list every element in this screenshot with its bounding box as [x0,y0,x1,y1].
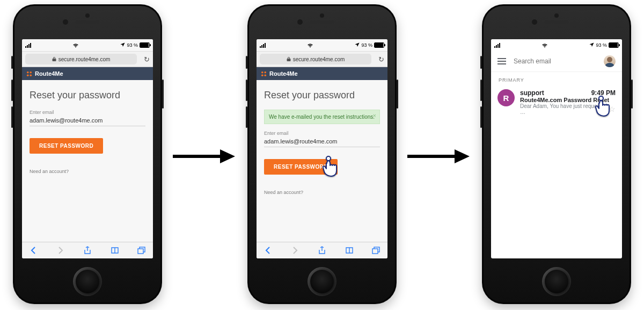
phone-frame-2: 93 % secure.route4me.com ↻ Route4Me Rese… [247,4,397,304]
address-bar[interactable]: secure.route4me.com ↻ [22,51,153,67]
safari-toolbar [257,242,387,258]
email-field[interactable] [30,116,145,126]
battery-icon [609,42,619,48]
wifi-icon [541,43,548,48]
svg-point-1 [30,71,32,73]
flow-arrow-1 [172,149,236,163]
email-preview: Dear Adam, You have just requested … [520,103,609,115]
signal-icon [260,43,266,48]
power-button [162,80,164,109]
route4me-logo-icon [261,71,267,77]
search-input[interactable] [513,57,597,66]
signal-icon [25,43,31,48]
reload-icon[interactable]: ↻ [140,55,153,63]
email-label: Enter email [264,131,380,136]
brand-name: Route4Me [35,70,63,77]
email-field[interactable] [264,137,380,147]
status-bar: 93 % [491,39,622,51]
svg-rect-6 [173,155,222,158]
svg-point-2 [27,74,29,76]
inbox-section-label: PRIMARY [491,72,622,86]
location-icon [355,42,360,48]
svg-point-0 [27,71,29,73]
svg-point-3 [30,74,32,76]
share-icon[interactable] [83,246,92,255]
need-account-link[interactable]: Need an account? [30,169,145,174]
forward-icon [290,246,300,255]
back-icon[interactable] [263,246,273,255]
sensor-dot [85,13,90,18]
svg-rect-14 [407,155,457,158]
mute-switch [11,56,13,69]
brand-name: Route4Me [269,70,298,77]
screen-1: 93 % secure.route4me.com ↻ Route4Me [22,39,153,258]
home-button[interactable] [308,267,336,296]
vol-up [11,80,13,101]
home-button[interactable] [73,267,102,296]
email-time: 9:49 PM [591,89,616,97]
account-avatar[interactable] [604,55,616,67]
bookmarks-icon[interactable] [345,246,354,255]
front-camera [63,19,68,25]
screen-2: 93 % secure.route4me.com ↻ Route4Me Rese… [257,39,387,258]
lock-icon [52,56,56,62]
battery-icon [140,42,150,48]
star-icon[interactable]: ☆ [609,105,616,113]
sender-name: support [520,89,544,97]
location-icon [589,42,594,48]
svg-point-10 [264,74,266,76]
bookmarks-icon[interactable] [110,246,120,255]
svg-point-7 [261,71,264,73]
forward-icon [56,246,65,255]
share-icon[interactable] [317,246,327,255]
reload-icon[interactable]: ↻ [375,55,387,63]
lock-icon [287,56,291,62]
wifi-icon [307,43,313,48]
screen-3: 93 % PRIMARY R support 9:49 PM Route4Me.… [491,39,622,258]
email-row[interactable]: R support 9:49 PM Route4Me.com Password … [491,86,622,121]
phone-frame-1: 93 % secure.route4me.com ↻ Route4Me [13,4,162,304]
reset-password-button[interactable]: RESET PASSWORD [264,159,338,175]
address-text: secure.route4me.com [58,56,111,62]
brand-bar: Route4Me [257,67,387,80]
alert-close-icon[interactable]: × [373,112,376,119]
alert-text: We have e-mailed you the reset instructi… [269,114,375,120]
back-icon[interactable] [28,246,38,255]
speaker [76,20,99,24]
address-bar[interactable]: secure.route4me.com ↻ [257,51,387,67]
svg-point-9 [261,74,264,76]
address-pill[interactable]: secure.route4me.com [25,54,137,64]
address-pill[interactable]: secure.route4me.com [260,54,371,64]
status-bar: 93 % [257,39,387,51]
battery-percent: 93 % [596,42,607,48]
brand-bar: Route4Me [22,67,153,80]
phone-frame-3: 93 % PRIMARY R support 9:49 PM Route4Me.… [482,4,631,304]
svg-rect-5 [138,249,143,254]
vol-down [11,106,13,128]
success-alert: We have e-mailed you the reset instructi… [264,110,380,124]
svg-rect-12 [372,249,378,254]
tabs-icon[interactable] [137,246,147,255]
route4me-logo-icon [26,71,32,77]
address-text: secure.route4me.com [293,56,345,62]
need-account-link[interactable]: Need an account? [264,190,380,195]
battery-icon [374,42,384,48]
safari-toolbar [22,242,153,258]
home-button[interactable] [542,267,571,296]
tabs-icon[interactable] [371,246,381,255]
wifi-icon [72,43,79,48]
svg-point-8 [264,71,266,73]
battery-percent: 93 % [127,42,138,48]
flow-arrow-2 [406,149,471,163]
menu-icon[interactable] [497,58,506,64]
page-title: Reset your password [30,90,145,101]
signal-icon [494,43,500,48]
location-icon [120,42,125,48]
reset-password-button[interactable]: RESET PASSWORD [30,138,103,154]
page-title: Reset your password [264,90,380,101]
sender-avatar: R [497,89,515,106]
battery-percent: 93 % [361,42,372,48]
status-bar: 93 % [22,39,153,51]
mail-topbar [491,51,622,72]
email-subject: Route4Me.com Password Reset [520,97,616,103]
